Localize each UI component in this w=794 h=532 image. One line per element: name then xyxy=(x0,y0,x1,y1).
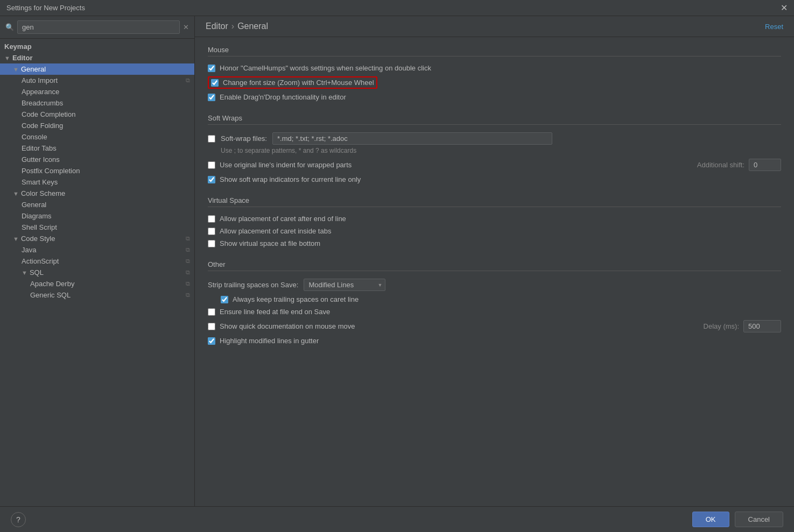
shell-script-label: Shell Script xyxy=(22,223,57,231)
help-button[interactable]: ? xyxy=(11,512,26,527)
keep-trailing-label: Always keep trailing spaces on caret lin… xyxy=(233,295,781,303)
copy-icon-auto-import: ⧉ xyxy=(186,77,190,84)
strip-trailing-select[interactable]: None All Modified Lines Trailing Empty L… xyxy=(304,279,385,291)
copy-icon-sql: ⧉ xyxy=(186,269,190,276)
sidebar-item-cs-general[interactable]: General xyxy=(0,199,194,210)
sidebar-item-actionscript[interactable]: ActionScript ⧉ xyxy=(0,256,194,267)
line-feed-checkbox[interactable] xyxy=(208,308,215,316)
drag-drop-row: Enable Drag'n'Drop functionality in edit… xyxy=(208,91,781,103)
soft-wrap-indicators-checkbox[interactable] xyxy=(208,176,215,183)
breadcrumb: Editor › General xyxy=(206,22,268,31)
sidebar-item-shell-script[interactable]: Shell Script xyxy=(0,222,194,233)
search-bar: 🔍 ✕ xyxy=(0,16,194,39)
general-label: General xyxy=(21,65,46,73)
camel-humps-row: Honor "CamelHumps" words settings when s… xyxy=(208,62,781,74)
sidebar-item-console[interactable]: Console xyxy=(0,131,194,143)
soft-wrap-files-checkbox[interactable] xyxy=(208,135,215,143)
soft-wrap-files-label: Soft-wrap files: xyxy=(221,134,267,143)
sidebar-item-appearance[interactable]: Appearance xyxy=(0,86,194,97)
quick-doc-row: Show quick documentation on mouse move D… xyxy=(208,318,781,335)
sidebar-item-color-scheme[interactable]: ▼ Color Scheme xyxy=(0,188,194,199)
title-bar-text: Settings for New Projects xyxy=(6,4,85,12)
breadcrumb-parent: Editor xyxy=(206,22,228,31)
sidebar-item-gutter-icons[interactable]: Gutter Icons xyxy=(0,154,194,165)
highlight-modified-checkbox[interactable] xyxy=(208,337,215,345)
highlight-modified-label: Highlight modified lines in gutter xyxy=(220,337,781,345)
console-label: Console xyxy=(22,133,47,141)
copy-icon-generic-sql: ⧉ xyxy=(186,292,190,299)
auto-import-label: Auto Import xyxy=(22,76,58,84)
code-style-label: Code Style xyxy=(21,235,55,243)
soft-wrap-files-row: Soft-wrap files: xyxy=(208,130,781,147)
search-input[interactable] xyxy=(17,20,180,34)
copy-icon-code-style: ⧉ xyxy=(186,235,190,242)
close-button[interactable]: ✕ xyxy=(781,3,788,13)
sidebar-item-breadcrumbs[interactable]: Breadcrumbs xyxy=(0,97,194,109)
sidebar-item-editor-tabs[interactable]: Editor Tabs xyxy=(0,143,194,154)
sql-label: SQL xyxy=(30,268,44,276)
zoom-font-checkbox[interactable] xyxy=(211,79,219,87)
drag-drop-label: Enable Drag'n'Drop functionality in edit… xyxy=(220,93,781,101)
sidebar-item-code-style[interactable]: ▼ Code Style ⧉ xyxy=(0,233,194,244)
original-indent-checkbox[interactable] xyxy=(208,161,215,169)
bottom-bar: ? OK Cancel xyxy=(0,506,794,532)
caret-inside-tabs-row: Allow placement of caret inside tabs xyxy=(208,225,781,237)
gutter-icons-label: Gutter Icons xyxy=(22,155,60,164)
reset-link[interactable]: Reset xyxy=(765,23,783,31)
breadcrumbs-label: Breadcrumbs xyxy=(22,99,63,107)
sidebar-item-generic-sql[interactable]: Generic SQL ⧉ xyxy=(0,289,194,301)
soft-wraps-section-title: Soft Wraps xyxy=(208,114,781,125)
sidebar-item-editor[interactable]: ▼ Editor xyxy=(0,52,194,63)
keep-trailing-checkbox[interactable] xyxy=(221,296,228,303)
caret-after-end-checkbox[interactable] xyxy=(208,215,215,223)
sidebar-item-sql[interactable]: ▼ SQL ⧉ xyxy=(0,267,194,278)
code-completion-label: Code Completion xyxy=(22,110,75,118)
drag-drop-checkbox[interactable] xyxy=(208,94,215,101)
editor-arrow: ▼ xyxy=(4,55,10,61)
search-icon: 🔍 xyxy=(5,23,14,31)
zoom-font-label: Change font size (Zoom) with Ctrl+Mouse … xyxy=(223,79,374,87)
virtual-space-bottom-checkbox[interactable] xyxy=(208,240,215,247)
additional-shift-input[interactable] xyxy=(749,159,781,171)
virtual-space-bottom-label: Show virtual space at file bottom xyxy=(220,239,781,247)
quick-doc-label: Show quick documentation on mouse move xyxy=(220,322,355,330)
sidebar-item-java[interactable]: Java ⧉ xyxy=(0,244,194,256)
color-scheme-arrow: ▼ xyxy=(13,190,19,197)
main-area: 🔍 ✕ Keymap ▼ Editor ▼ General Auto Impor… xyxy=(0,16,794,506)
soft-wrap-files-input[interactable] xyxy=(272,132,552,145)
actionscript-label: ActionScript xyxy=(22,257,59,265)
other-section: Other Strip trailing spaces on Save: Non… xyxy=(208,260,781,347)
strip-trailing-row: Strip trailing spaces on Save: None All … xyxy=(208,276,781,293)
sidebar: 🔍 ✕ Keymap ▼ Editor ▼ General Auto Impor… xyxy=(0,16,195,506)
quick-doc-checkbox[interactable] xyxy=(208,323,215,330)
line-feed-row: Ensure line feed at file end on Save xyxy=(208,306,781,318)
delay-label: Delay (ms): xyxy=(704,322,739,330)
sidebar-item-diagrams[interactable]: Diagrams xyxy=(0,210,194,222)
sidebar-item-postfix-completion[interactable]: Postfix Completion xyxy=(0,165,194,176)
camel-humps-checkbox[interactable] xyxy=(208,65,215,72)
zoom-font-highlight: Change font size (Zoom) with Ctrl+Mouse … xyxy=(208,76,377,89)
sidebar-item-general[interactable]: ▼ General xyxy=(0,63,194,75)
sidebar-item-code-folding[interactable]: Code Folding xyxy=(0,120,194,131)
delay-input[interactable] xyxy=(743,320,781,332)
ok-button[interactable]: OK xyxy=(692,512,729,527)
copy-icon-actionscript: ⧉ xyxy=(186,258,190,265)
caret-inside-tabs-checkbox[interactable] xyxy=(208,228,215,235)
cs-general-label: General xyxy=(22,201,46,209)
postfix-completion-label: Postfix Completion xyxy=(22,167,80,175)
sidebar-item-auto-import[interactable]: Auto Import ⧉ xyxy=(0,75,194,86)
sidebar-item-keymap[interactable]: Keymap xyxy=(0,41,194,52)
sidebar-item-code-completion[interactable]: Code Completion xyxy=(0,109,194,120)
soft-wrap-indicators-row: Show soft wrap indicators for current li… xyxy=(208,173,781,186)
original-indent-row: Use original line's indent for wrapped p… xyxy=(208,157,781,173)
line-feed-label: Ensure line feed at file end on Save xyxy=(220,308,781,316)
smart-keys-label: Smart Keys xyxy=(22,178,58,186)
cancel-button[interactable]: Cancel xyxy=(735,512,783,527)
general-arrow: ▼ xyxy=(13,66,19,73)
soft-wrap-hint: Use ; to separate patterns, * and ? as w… xyxy=(208,147,781,157)
sidebar-item-apache-derby[interactable]: Apache Derby ⧉ xyxy=(0,278,194,289)
sidebar-item-smart-keys[interactable]: Smart Keys xyxy=(0,176,194,188)
strip-trailing-select-wrap: None All Modified Lines Trailing Empty L… xyxy=(304,279,385,291)
clear-search-button[interactable]: ✕ xyxy=(183,23,189,31)
code-folding-label: Code Folding xyxy=(22,122,63,130)
